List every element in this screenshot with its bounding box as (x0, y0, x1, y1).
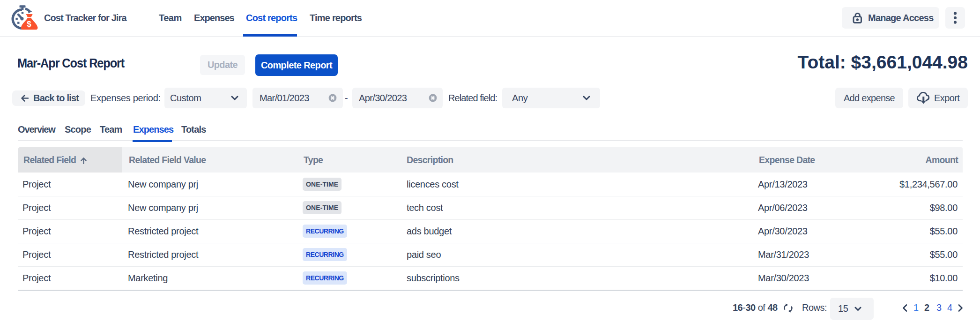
svg-text:$: $ (27, 20, 31, 29)
